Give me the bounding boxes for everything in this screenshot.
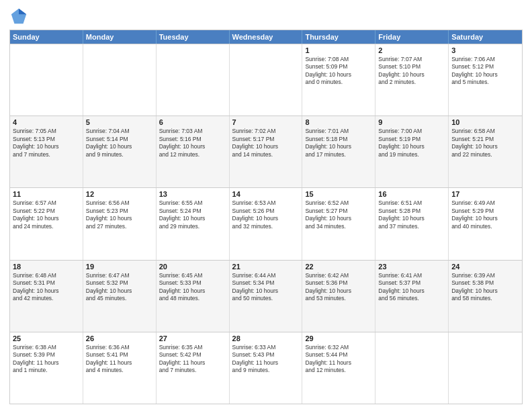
cell-info: Sunrise: 6:52 AM Sunset: 5:27 PM Dayligh… xyxy=(305,199,372,230)
cal-cell xyxy=(10,44,83,116)
cell-info: Sunrise: 6:51 AM Sunset: 5:28 PM Dayligh… xyxy=(378,199,445,230)
cal-cell: 7Sunrise: 7:02 AM Sunset: 5:17 PM Daylig… xyxy=(230,116,303,187)
cal-cell xyxy=(230,44,303,116)
cell-info: Sunrise: 6:55 AM Sunset: 5:24 PM Dayligh… xyxy=(159,199,226,230)
header-cell-wednesday: Wednesday xyxy=(230,30,303,44)
page-header xyxy=(9,7,523,26)
day-number: 18 xyxy=(13,263,80,271)
header-cell-monday: Monday xyxy=(83,30,157,44)
cal-cell: 25Sunrise: 6:38 AM Sunset: 5:39 PM Dayli… xyxy=(10,332,83,404)
cal-cell xyxy=(83,44,157,116)
calendar-row-4: 25Sunrise: 6:38 AM Sunset: 5:39 PM Dayli… xyxy=(10,332,522,404)
cell-info: Sunrise: 6:58 AM Sunset: 5:21 PM Dayligh… xyxy=(451,128,519,158)
cell-info: Sunrise: 7:06 AM Sunset: 5:12 PM Dayligh… xyxy=(451,56,519,87)
cal-cell: 20Sunrise: 6:45 AM Sunset: 5:33 PM Dayli… xyxy=(157,261,230,332)
day-number: 24 xyxy=(451,263,519,271)
calendar-row-3: 18Sunrise: 6:48 AM Sunset: 5:31 PM Dayli… xyxy=(10,260,522,332)
day-number: 9 xyxy=(378,118,445,126)
cell-info: Sunrise: 6:57 AM Sunset: 5:22 PM Dayligh… xyxy=(13,199,80,230)
cell-info: Sunrise: 6:49 AM Sunset: 5:29 PM Dayligh… xyxy=(451,199,519,230)
cal-cell: 11Sunrise: 6:57 AM Sunset: 5:22 PM Dayli… xyxy=(10,188,83,259)
cal-cell: 13Sunrise: 6:55 AM Sunset: 5:24 PM Dayli… xyxy=(157,188,230,259)
calendar-row-1: 4Sunrise: 7:05 AM Sunset: 5:13 PM Daylig… xyxy=(10,116,522,187)
cal-cell: 29Sunrise: 6:32 AM Sunset: 5:44 PM Dayli… xyxy=(302,332,375,404)
cell-info: Sunrise: 6:38 AM Sunset: 5:39 PM Dayligh… xyxy=(13,344,80,375)
cal-cell xyxy=(375,332,449,404)
cell-info: Sunrise: 7:00 AM Sunset: 5:19 PM Dayligh… xyxy=(378,128,445,158)
calendar-row-2: 11Sunrise: 6:57 AM Sunset: 5:22 PM Dayli… xyxy=(10,187,522,259)
header-cell-friday: Friday xyxy=(375,30,449,44)
day-number: 21 xyxy=(232,263,300,271)
header-cell-saturday: Saturday xyxy=(449,30,522,44)
day-number: 23 xyxy=(378,263,445,271)
logo xyxy=(9,7,31,26)
day-number: 5 xyxy=(86,118,153,126)
day-number: 20 xyxy=(159,263,226,271)
cal-cell xyxy=(157,44,230,116)
header-cell-sunday: Sunday xyxy=(10,30,83,44)
day-number: 10 xyxy=(451,118,519,126)
cell-info: Sunrise: 6:32 AM Sunset: 5:44 PM Dayligh… xyxy=(305,344,372,375)
cal-cell: 23Sunrise: 6:41 AM Sunset: 5:37 PM Dayli… xyxy=(375,261,449,332)
day-number: 12 xyxy=(86,190,153,198)
cal-cell: 16Sunrise: 6:51 AM Sunset: 5:28 PM Dayli… xyxy=(375,188,449,259)
day-number: 4 xyxy=(13,118,80,126)
cell-info: Sunrise: 7:04 AM Sunset: 5:14 PM Dayligh… xyxy=(86,128,153,158)
calendar-header: SundayMondayTuesdayWednesdayThursdayFrid… xyxy=(10,30,522,44)
day-number: 17 xyxy=(451,190,519,198)
cell-info: Sunrise: 6:44 AM Sunset: 5:34 PM Dayligh… xyxy=(232,272,300,303)
cell-info: Sunrise: 6:39 AM Sunset: 5:38 PM Dayligh… xyxy=(451,272,519,303)
day-number: 6 xyxy=(159,118,226,126)
day-number: 14 xyxy=(232,190,300,198)
cell-info: Sunrise: 7:07 AM Sunset: 5:10 PM Dayligh… xyxy=(378,56,445,87)
cal-cell: 14Sunrise: 6:53 AM Sunset: 5:26 PM Dayli… xyxy=(230,188,303,259)
cell-info: Sunrise: 6:33 AM Sunset: 5:43 PM Dayligh… xyxy=(232,344,300,375)
day-number: 3 xyxy=(451,46,519,54)
cal-cell: 3Sunrise: 7:06 AM Sunset: 5:12 PM Daylig… xyxy=(449,44,522,116)
calendar-row-0: 1Sunrise: 7:08 AM Sunset: 5:09 PM Daylig… xyxy=(10,44,522,116)
cal-cell: 5Sunrise: 7:04 AM Sunset: 5:14 PM Daylig… xyxy=(83,116,157,187)
cal-cell: 28Sunrise: 6:33 AM Sunset: 5:43 PM Dayli… xyxy=(230,332,303,404)
svg-marker-1 xyxy=(19,9,26,14)
cal-cell: 24Sunrise: 6:39 AM Sunset: 5:38 PM Dayli… xyxy=(449,261,522,332)
cal-cell: 10Sunrise: 6:58 AM Sunset: 5:21 PM Dayli… xyxy=(449,116,522,187)
day-number: 22 xyxy=(305,263,372,271)
day-number: 16 xyxy=(378,190,445,198)
day-number: 27 xyxy=(159,334,226,342)
cell-info: Sunrise: 7:08 AM Sunset: 5:09 PM Dayligh… xyxy=(305,56,372,87)
cell-info: Sunrise: 6:35 AM Sunset: 5:42 PM Dayligh… xyxy=(159,344,226,375)
day-number: 7 xyxy=(232,118,300,126)
day-number: 19 xyxy=(86,263,153,271)
cell-info: Sunrise: 6:42 AM Sunset: 5:36 PM Dayligh… xyxy=(305,272,372,303)
calendar: SundayMondayTuesdayWednesdayThursdayFrid… xyxy=(9,30,523,404)
cell-info: Sunrise: 7:02 AM Sunset: 5:17 PM Dayligh… xyxy=(232,128,300,158)
cal-cell: 4Sunrise: 7:05 AM Sunset: 5:13 PM Daylig… xyxy=(10,116,83,187)
cal-cell: 22Sunrise: 6:42 AM Sunset: 5:36 PM Dayli… xyxy=(302,261,375,332)
day-number: 25 xyxy=(13,334,80,342)
header-cell-thursday: Thursday xyxy=(302,30,375,44)
cal-cell: 1Sunrise: 7:08 AM Sunset: 5:09 PM Daylig… xyxy=(302,44,375,116)
calendar-body: 1Sunrise: 7:08 AM Sunset: 5:09 PM Daylig… xyxy=(10,44,522,404)
header-cell-tuesday: Tuesday xyxy=(157,30,230,44)
cell-info: Sunrise: 6:41 AM Sunset: 5:37 PM Dayligh… xyxy=(378,272,445,303)
cal-cell: 8Sunrise: 7:01 AM Sunset: 5:18 PM Daylig… xyxy=(302,116,375,187)
day-number: 26 xyxy=(86,334,153,342)
day-number: 1 xyxy=(305,46,372,54)
day-number: 11 xyxy=(13,190,80,198)
cell-info: Sunrise: 6:45 AM Sunset: 5:33 PM Dayligh… xyxy=(159,272,226,303)
cell-info: Sunrise: 6:36 AM Sunset: 5:41 PM Dayligh… xyxy=(86,344,153,375)
cal-cell: 2Sunrise: 7:07 AM Sunset: 5:10 PM Daylig… xyxy=(375,44,449,116)
cal-cell: 6Sunrise: 7:03 AM Sunset: 5:16 PM Daylig… xyxy=(157,116,230,187)
cal-cell: 27Sunrise: 6:35 AM Sunset: 5:42 PM Dayli… xyxy=(157,332,230,404)
cell-info: Sunrise: 7:05 AM Sunset: 5:13 PM Dayligh… xyxy=(13,128,80,158)
cell-info: Sunrise: 7:01 AM Sunset: 5:18 PM Dayligh… xyxy=(305,128,372,158)
day-number: 8 xyxy=(305,118,372,126)
logo-icon xyxy=(9,7,28,26)
day-number: 13 xyxy=(159,190,226,198)
cell-info: Sunrise: 7:03 AM Sunset: 5:16 PM Dayligh… xyxy=(159,128,226,158)
day-number: 2 xyxy=(378,46,445,54)
cal-cell: 17Sunrise: 6:49 AM Sunset: 5:29 PM Dayli… xyxy=(449,188,522,259)
cal-cell: 18Sunrise: 6:48 AM Sunset: 5:31 PM Dayli… xyxy=(10,261,83,332)
day-number: 29 xyxy=(305,334,372,342)
cal-cell: 12Sunrise: 6:56 AM Sunset: 5:23 PM Dayli… xyxy=(83,188,157,259)
